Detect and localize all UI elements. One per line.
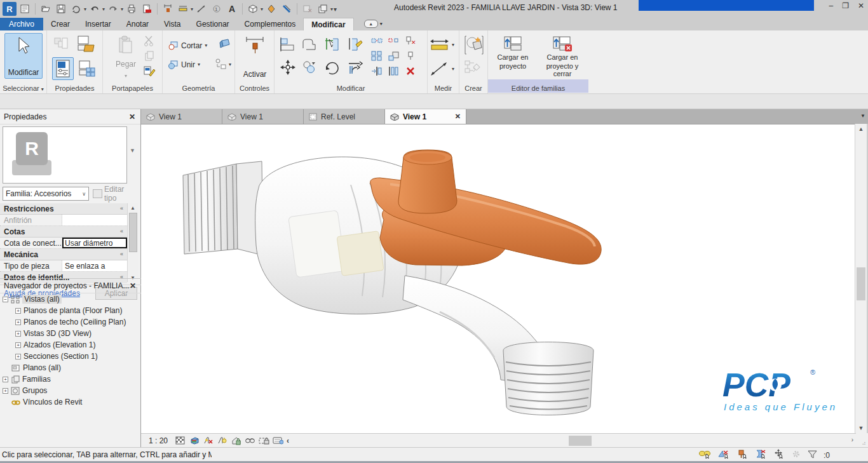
load-into-project-close-button[interactable]: Cargar en proyecto y cerrar (539, 34, 586, 77)
split-face-icon[interactable] (370, 34, 384, 47)
cut-icon[interactable] (142, 34, 156, 48)
tab-vista[interactable]: Vista (156, 18, 188, 30)
project-browser-close-icon[interactable]: ✕ (130, 281, 136, 290)
edit-type-button[interactable]: Editar tipo (92, 187, 137, 201)
type-selector-caret-icon[interactable]: ▼ (130, 147, 135, 154)
panel-label-propiedades[interactable]: Propiedades (47, 84, 102, 92)
crop-view-icon[interactable] (231, 436, 241, 445)
panel-label-crear[interactable]: Crear (459, 84, 487, 92)
properties-close-icon[interactable]: ✕ (129, 112, 135, 121)
property-section[interactable]: Cotas« (0, 226, 127, 238)
3d-view-caret-icon[interactable]: ▾ (261, 6, 263, 12)
scrollbar-thumb[interactable] (129, 213, 137, 252)
scrollbar-thumb[interactable] (857, 267, 865, 300)
close-hidden-icon[interactable]: ✕ (301, 2, 315, 16)
scale-icon[interactable] (386, 50, 400, 62)
tab-modificar[interactable]: Modificar (303, 18, 353, 30)
restore-button[interactable]: ❐ (842, 1, 849, 10)
dimension-tool-button[interactable]: ▾ (430, 61, 454, 76)
tab-archivo[interactable]: Archivo (0, 18, 43, 30)
close-view-tab-icon[interactable]: ✕ (455, 112, 461, 121)
match-type-icon[interactable] (142, 64, 156, 78)
panel-label-seleccionar[interactable]: Seleccionar ▾ (0, 84, 46, 92)
scroll-right-icon[interactable]: › (851, 436, 853, 443)
text-icon[interactable]: A (225, 2, 239, 16)
label-icon[interactable]: 1 (210, 2, 224, 16)
drawing-area[interactable]: PCP ® Ideas que Fluyen ⊗ ▾ ▾ ⊖ (141, 124, 855, 433)
activate-controls-button[interactable]: Activar (239, 33, 271, 80)
view-tab-ref-level[interactable]: Ref. Level (304, 109, 385, 124)
properties-palette-icon[interactable] (52, 57, 74, 80)
tab-anotar[interactable]: Anotar (119, 18, 156, 30)
aligned-dimension-icon[interactable] (194, 2, 208, 16)
undo-icon[interactable] (88, 2, 102, 16)
crop-lock-icon[interactable] (259, 436, 269, 445)
align-left-icon[interactable] (370, 65, 384, 77)
scroll-up-icon[interactable]: ▲ (128, 203, 138, 212)
tree-item-floor-plans[interactable]: + Planos de planta (Floor Plan) (0, 305, 141, 316)
view-tab-1[interactable]: View 1 (141, 109, 222, 124)
scroll-down-icon[interactable]: ▼ (855, 423, 867, 433)
tab-crear[interactable]: Crear (43, 18, 78, 30)
panel-label-editor-familias[interactable]: Editor de familias (488, 84, 588, 92)
panel-label-portapapeles[interactable]: Portapapeles (103, 84, 162, 92)
view-tab-active[interactable]: View 1 ✕ (385, 109, 466, 124)
copy-icon[interactable] (142, 49, 156, 63)
redo-icon[interactable] (106, 2, 120, 16)
tree-item-sheets[interactable]: Planos (all) (0, 362, 141, 373)
revit-logo-icon[interactable]: R (3, 2, 17, 16)
align-distribute-icon[interactable] (386, 65, 400, 77)
scrollbar-thumb[interactable] (569, 436, 592, 446)
measure-tool-button[interactable]: ▾ (430, 38, 454, 51)
hide-isolate-icon[interactable] (245, 436, 255, 445)
open-icon[interactable] (39, 2, 53, 16)
worksets-icon[interactable] (698, 449, 711, 461)
temporary-view-properties-icon[interactable] (273, 436, 283, 445)
minimize-button[interactable]: – (829, 1, 833, 10)
switch-windows-icon[interactable] (316, 2, 330, 16)
align-icon[interactable] (278, 36, 297, 53)
modify-tool-button[interactable]: Modificar (4, 33, 43, 79)
save-icon[interactable] (54, 2, 68, 16)
tree-item-familias[interactable]: + Familias (0, 373, 141, 385)
tree-item-grupos[interactable]: + Grupos (0, 385, 141, 396)
join-geometry-button[interactable]: Unir▾ (168, 60, 200, 69)
tab-complementos[interactable]: Complementos (237, 18, 304, 30)
sun-path-icon[interactable] (203, 436, 214, 445)
load-into-project-button[interactable]: Cargar en proyecto (489, 34, 536, 70)
panel-label-controles[interactable]: Controles (235, 84, 274, 92)
create-similar-icon[interactable] (463, 34, 485, 56)
cut-geometry-button[interactable]: Cortar▾ (168, 41, 207, 50)
thin-lines-icon[interactable] (280, 2, 294, 16)
design-options-icon[interactable] (717, 449, 730, 461)
default-3d-view-icon[interactable] (246, 2, 260, 16)
filter-icon[interactable] (808, 450, 817, 460)
measure-icon[interactable] (176, 2, 190, 16)
detail-level-icon[interactable] (175, 436, 186, 445)
visual-style-icon[interactable] (189, 436, 200, 445)
scroll-up-icon[interactable]: ▲ (855, 124, 867, 134)
export-pdf-icon[interactable] (140, 2, 154, 16)
project-icon[interactable] (18, 2, 32, 16)
link-select-icon[interactable] (754, 449, 767, 461)
copy-element-icon[interactable] (300, 58, 319, 76)
redo-caret-icon[interactable]: ▾ (121, 6, 123, 12)
canvas-hscrollbar[interactable]: › (311, 433, 856, 447)
tag-icon[interactable] (161, 2, 175, 16)
undo-caret-icon[interactable]: ▾ (102, 6, 105, 12)
view-tab-2[interactable]: View 1 (222, 109, 304, 124)
switch-windows-caret-icon[interactable]: ▾ (330, 6, 333, 12)
tree-item-sections[interactable]: + Secciones (Section 1) (0, 351, 141, 362)
create-group-icon[interactable] (463, 58, 481, 76)
shadows-icon[interactable] (217, 436, 227, 445)
ribbon-collapse-control[interactable]: ▲ ▾ (364, 20, 383, 28)
properties-scrollbar[interactable]: ▲ ▼ (127, 203, 138, 282)
property-section[interactable]: Mecánica« (0, 249, 127, 260)
rotate-icon[interactable] (323, 58, 342, 76)
panel-label-geometria[interactable]: Geometría (163, 84, 234, 92)
offset-icon[interactable] (386, 34, 400, 47)
extend-icon[interactable] (346, 58, 365, 76)
load-family-icon[interactable] (75, 34, 97, 53)
print-icon[interactable] (125, 2, 139, 16)
property-section[interactable]: Restricciones« (0, 203, 127, 215)
